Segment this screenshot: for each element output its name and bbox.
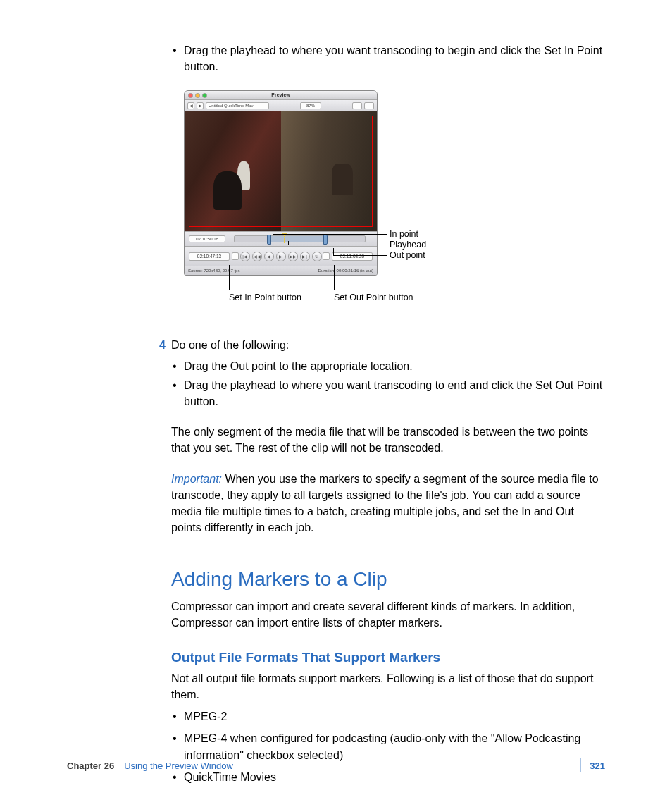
video-viewport [185, 111, 377, 231]
out-point-marker[interactable] [323, 235, 328, 245]
window-title: Preview [271, 92, 290, 99]
nav-back-button[interactable]: ◀ [187, 102, 194, 109]
titlebar: Preview [185, 91, 377, 100]
callout-in-point: In point [390, 230, 418, 239]
callout-set-in: Set In Point button [229, 293, 301, 302]
subsection-heading: Output File Formats That Support Markers [171, 648, 605, 667]
status-duration: Duration: 00:00:21:16 (in-out) [318, 268, 373, 274]
subsection-body: Not all output file formats support mark… [171, 670, 605, 703]
toolbar-btn-b[interactable] [364, 102, 374, 109]
bullet-item: • Drag the playhead to where you want tr… [171, 42, 605, 75]
bullet-item: • Drag the Out point to the appropriate … [171, 358, 605, 374]
set-out-point-button[interactable] [323, 252, 330, 260]
list-item: • MPEG-4 when configured for podcasting … [171, 730, 605, 763]
scale-menu[interactable]: 87% [300, 102, 321, 109]
callout-playhead: Playhead [390, 240, 426, 250]
footer-chapter: Chapter 26 [67, 760, 114, 773]
bullet-text: Drag the Out point to the appropriate lo… [184, 358, 605, 374]
important-label: Important: [171, 473, 222, 485]
out-timecode: 02:11:08:20 [332, 252, 373, 261]
callout-out-point: Out point [390, 251, 425, 260]
important-note: Important: When you use the markers to s… [171, 471, 605, 536]
source-menu[interactable]: Untitled QuickTime Mov [206, 102, 269, 109]
format-text: MPEG-2 [184, 708, 605, 725]
step-fwd-button[interactable]: ▶▶ [288, 252, 298, 261]
timeline-tc: 02:10:50:18 [189, 235, 225, 242]
bullet-dot: • [171, 42, 184, 75]
statusbar: Source: 720x480, 29.97 fps Duration: 00:… [185, 266, 377, 275]
goto-start-button[interactable]: |◀ [240, 252, 250, 261]
set-in-point-button[interactable] [232, 252, 239, 260]
step-4: 4 Do one of the following: [156, 337, 605, 353]
step-back-button[interactable]: ◀◀ [252, 252, 262, 261]
footer-title: Using the Preview Window [124, 760, 233, 773]
footer-page: 321 [590, 760, 605, 773]
bullet-item: • Drag the playhead to where you want tr… [171, 377, 605, 409]
page-footer: Chapter 26 Using the Preview Window 321 [67, 760, 605, 773]
figure-preview-window: Preview ◀ ▶ Untitled QuickTime Mov 87% [184, 90, 550, 316]
goto-end-button[interactable]: ▶| [300, 252, 310, 261]
in-point-marker[interactable] [267, 235, 271, 245]
bullet-text: Drag the playhead to where you want tran… [184, 377, 605, 409]
list-item: • MPEG-2 [171, 708, 605, 725]
bullet-text: Drag the playhead to where you want tran… [184, 42, 605, 75]
format-text: MPEG-4 when configured for podcasting (a… [184, 730, 605, 763]
section-heading: Adding Markers to a Clip [171, 565, 605, 594]
window-traffic-lights [188, 93, 207, 98]
play-back-button[interactable]: ◀ [264, 252, 274, 261]
toolbar-btn-a[interactable] [352, 102, 362, 109]
in-timecode: 02:10:47:13 [189, 252, 230, 261]
toolbar: ◀ ▶ Untitled QuickTime Mov 87% [185, 100, 377, 111]
app-window: Preview ◀ ▶ Untitled QuickTime Mov 87% [184, 90, 378, 276]
paragraph: The only segment of the media file that … [171, 424, 605, 456]
step-lead: Do one of the following: [171, 337, 605, 353]
transport-bar: 02:10:47:13 |◀ ◀◀ ◀ ▶ ▶▶ ▶| ↻ 02:1 [185, 247, 377, 266]
play-button[interactable]: ▶ [276, 252, 286, 261]
important-text: When you use the markers to specify a se… [171, 473, 599, 534]
step-number: 4 [156, 337, 171, 353]
nav-fwd-button[interactable]: ▶ [197, 102, 204, 109]
status-source: Source: 720x480, 29.97 fps [188, 268, 239, 274]
loop-button[interactable]: ↻ [312, 252, 322, 261]
callout-set-out: Set Out Point button [334, 293, 413, 302]
playback-controls: |◀ ◀◀ ◀ ▶ ▶▶ ▶| ↻ [240, 252, 322, 261]
section-body: Compressor can import and create several… [171, 598, 605, 631]
